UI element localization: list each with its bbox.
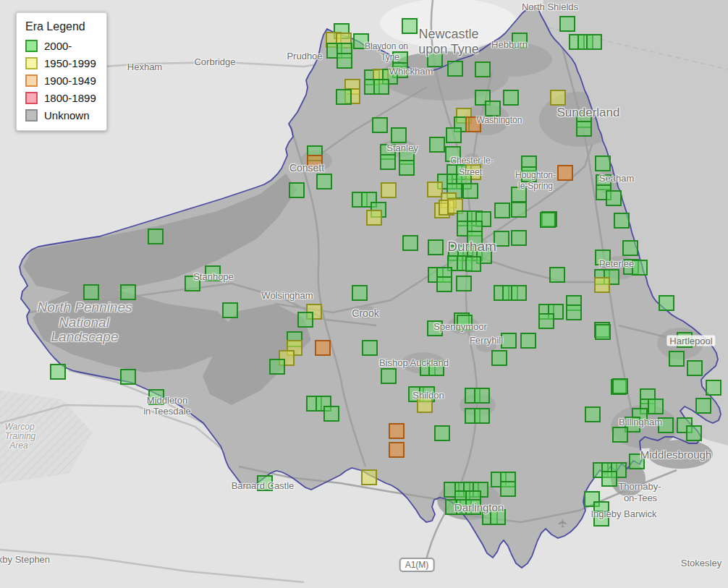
era-marker-2000[interactable] (511, 285, 527, 301)
era-marker-2000[interactable] (595, 324, 611, 340)
era-marker-2000[interactable] (491, 350, 507, 366)
era-marker-2000[interactable] (429, 137, 445, 153)
era-marker-2000[interactable] (503, 90, 519, 106)
era-marker-2000[interactable] (658, 417, 674, 433)
era-marker-2000[interactable] (585, 406, 601, 422)
era-marker-2000[interactable] (612, 427, 628, 443)
map-canvas[interactable]: North ShieldsNewcastleupon TyneHexhamCor… (0, 0, 728, 588)
era-marker-2000[interactable] (465, 256, 481, 272)
era-marker-2000[interactable] (606, 190, 622, 206)
era-marker-2000[interactable] (436, 276, 452, 292)
era-marker-2000[interactable] (659, 295, 674, 311)
era-marker-2000[interactable] (494, 203, 510, 218)
era-marker-2000[interactable] (586, 34, 602, 50)
era-marker-2000[interactable] (352, 285, 368, 301)
era-marker-2000[interactable] (576, 121, 592, 137)
era-marker-2000[interactable] (538, 313, 554, 329)
era-marker-2000[interactable] (427, 320, 443, 336)
era-marker-19501999[interactable] (417, 397, 433, 413)
era-marker-2000[interactable] (373, 79, 389, 95)
era-marker-2000[interactable] (257, 475, 273, 491)
era-marker-2000[interactable] (612, 378, 628, 394)
era-marker-2000[interactable] (614, 213, 630, 229)
era-marker-2000[interactable] (511, 202, 527, 218)
era-marker-2000[interactable] (297, 312, 313, 328)
era-marker-2000[interactable] (381, 368, 397, 384)
era-marker-19001949[interactable] (465, 116, 481, 132)
era-marker-19001949[interactable] (389, 442, 405, 458)
era-marker-2000[interactable] (687, 360, 703, 376)
era-marker-2000[interactable] (520, 333, 536, 349)
era-marker-2000[interactable] (629, 453, 645, 469)
era-marker-2000[interactable] (427, 51, 443, 67)
era-marker-2000[interactable] (148, 229, 164, 244)
era-marker-2000[interactable] (595, 155, 611, 171)
era-marker-2000[interactable] (353, 33, 369, 49)
era-marker-2000[interactable] (549, 267, 565, 283)
era-marker-2000[interactable] (593, 511, 609, 527)
era-marker-2000[interactable] (445, 146, 461, 162)
era-marker-2000[interactable] (475, 61, 491, 77)
era-marker-19501999[interactable] (361, 469, 377, 485)
era-marker-2000[interactable] (222, 302, 238, 318)
era-marker-2000[interactable] (457, 315, 473, 331)
era-marker-2000[interactable] (559, 16, 575, 32)
era-marker-2000[interactable] (566, 304, 582, 320)
era-marker-2000[interactable] (686, 425, 702, 441)
era-marker-2000[interactable] (601, 471, 617, 487)
era-marker-2000[interactable] (501, 333, 517, 349)
era-marker-2000[interactable] (337, 53, 352, 69)
era-marker-2000[interactable] (540, 212, 556, 228)
era-marker-19001949[interactable] (307, 155, 323, 171)
era-marker-2000[interactable] (289, 182, 305, 198)
era-marker-2000[interactable] (677, 332, 693, 348)
era-marker-2000[interactable] (428, 360, 444, 376)
era-marker-2000[interactable] (362, 340, 378, 356)
era-marker-2000[interactable] (323, 406, 339, 422)
era-marker-2000[interactable] (380, 154, 396, 170)
era-marker-2000[interactable] (521, 166, 537, 182)
era-marker-2000[interactable] (669, 351, 685, 367)
era-marker-2000[interactable] (372, 117, 388, 133)
era-marker-2000[interactable] (148, 389, 164, 405)
era-marker-2000[interactable] (695, 398, 711, 414)
era-marker-2000[interactable] (269, 359, 285, 375)
era-marker-2000[interactable] (83, 284, 99, 300)
era-marker-19501999[interactable] (550, 90, 566, 106)
era-marker-2000[interactable] (336, 89, 352, 105)
era-marker-2000[interactable] (50, 364, 66, 380)
era-marker-2000[interactable] (467, 231, 483, 247)
era-marker-19501999[interactable] (594, 277, 610, 293)
era-marker-2000[interactable] (511, 230, 527, 246)
era-marker-2000[interactable] (120, 369, 136, 385)
era-marker-19001949[interactable] (315, 340, 331, 356)
era-marker-19001949[interactable] (389, 423, 405, 439)
era-marker-2000[interactable] (428, 239, 444, 255)
era-marker-19001949[interactable] (557, 165, 573, 181)
era-marker-2000[interactable] (205, 265, 221, 281)
era-marker-2000[interactable] (465, 499, 481, 515)
era-marker-2000[interactable] (402, 235, 418, 251)
era-marker-2000[interactable] (595, 250, 611, 265)
era-marker-2000[interactable] (622, 240, 638, 256)
era-marker-19501999[interactable] (381, 182, 397, 198)
era-marker-2000[interactable] (706, 380, 721, 396)
era-marker-2000[interactable] (120, 284, 136, 300)
era-marker-2000[interactable] (494, 231, 509, 247)
era-marker-2000[interactable] (391, 127, 407, 143)
era-marker-2000[interactable] (447, 61, 463, 77)
era-marker-2000[interactable] (474, 408, 490, 424)
era-marker-2000[interactable] (402, 18, 418, 34)
era-marker-19501999[interactable] (366, 210, 382, 226)
era-marker-2000[interactable] (316, 174, 332, 189)
era-marker-2000[interactable] (632, 260, 648, 276)
era-marker-2000[interactable] (434, 425, 450, 441)
era-marker-2000[interactable] (500, 481, 516, 497)
era-marker-2000[interactable] (462, 183, 478, 199)
era-marker-2000[interactable] (485, 101, 501, 116)
era-marker-2000[interactable] (512, 33, 528, 48)
era-marker-2000[interactable] (399, 160, 415, 176)
era-marker-2000[interactable] (446, 127, 462, 143)
era-marker-2000[interactable] (511, 187, 527, 203)
era-marker-2000[interactable] (474, 388, 490, 404)
